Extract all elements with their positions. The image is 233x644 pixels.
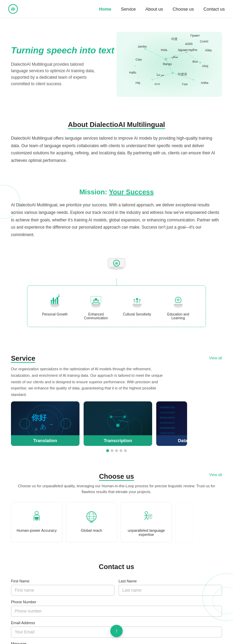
hero-heading: Turning speech into text: [11, 45, 116, 56]
language-expert-icon: [138, 508, 155, 525]
nav-home[interactable]: Home: [99, 7, 111, 12]
map-word-17: Hej: [135, 81, 140, 85]
svg-point-9: [164, 58, 167, 61]
svg-text:1010010011: 1010010011: [160, 421, 175, 424]
map-word-16: 印度语: [178, 72, 187, 77]
map-word-18: বাংলা: [155, 82, 160, 86]
mission-title: Mission: Your Success: [11, 188, 222, 196]
nav-service[interactable]: Service: [121, 7, 136, 12]
map-word-20: Iviéta: [201, 81, 208, 85]
svg-text:你好: 你好: [31, 413, 47, 422]
service-card-label-translation: Translation: [11, 435, 79, 446]
first-name-group: First Name: [11, 579, 114, 596]
choose-section: Choose us View all Choose us for unparal…: [0, 462, 233, 553]
svg-point-42: [139, 299, 141, 301]
svg-line-6: [166, 59, 173, 73]
svg-line-72: [118, 420, 128, 422]
education-icon: [170, 293, 187, 310]
svg-text:0101001010: 0101001010: [160, 426, 175, 429]
svg-point-36: [97, 299, 99, 301]
service-card-translation[interactable]: 你好 あ → a Translation: [11, 401, 79, 446]
map-word-5: Jambo: [138, 45, 147, 48]
svg-point-41: [136, 298, 138, 300]
service-card-data[interactable]: 0101001101 1100101010 0010110101 1010010…: [156, 401, 187, 446]
contact-name-row: First Name Last Name: [11, 579, 222, 596]
svg-rect-49: [174, 304, 183, 306]
diagram-item-culture: Cultural Sensitivity: [120, 293, 154, 320]
service-card-label-data: Data anno...: [156, 435, 187, 446]
svg-point-91: [145, 512, 148, 514]
phone-label: Phone Number: [11, 600, 222, 604]
map-word-2: Привіт: [191, 34, 200, 37]
service-title: Service: [11, 355, 169, 362]
nav-links: Home Service About us Choose us Contact …: [99, 7, 225, 12]
svg-point-34: [93, 299, 95, 301]
first-name-input[interactable]: [11, 585, 114, 596]
choose-title: Choose us: [11, 473, 222, 480]
global-reach-icon: [83, 508, 100, 525]
map-word-1: 印度: [171, 37, 177, 41]
communication-icon: [87, 293, 105, 310]
service-card-transcription[interactable]: Transcription: [84, 401, 152, 446]
service-description: Our organization specializes in the opti…: [11, 366, 169, 398]
service-dot-2[interactable]: [115, 449, 118, 452]
diagram-label-communication: Enhanced Communication: [79, 312, 113, 320]
about-section: About DialectioAI Multilingual Dialectio…: [0, 107, 233, 178]
message-label: Message: [11, 642, 222, 644]
contact-title: Contact us: [11, 563, 222, 571]
nav-choose[interactable]: Choose us: [173, 7, 194, 12]
scroll-top-button[interactable]: ↑: [110, 625, 123, 637]
svg-rect-33: [91, 304, 100, 306]
svg-point-10: [145, 48, 146, 50]
service-section: Service Our organization specializes in …: [0, 344, 233, 462]
map-word-15: مرحبا: [157, 73, 164, 76]
svg-rect-39: [133, 304, 142, 306]
choose-view-all[interactable]: View all: [209, 473, 222, 477]
service-dots: [11, 449, 222, 452]
map-word-9: Initia: [205, 49, 212, 52]
logo[interactable]: cD: [8, 4, 18, 14]
about-text: DialectioAI Multilingual offers language…: [11, 135, 222, 164]
service-dot-1[interactable]: [111, 449, 113, 452]
service-dot-4[interactable]: [124, 449, 127, 452]
svg-text:1100110101: 1100110101: [160, 432, 175, 435]
phone-input[interactable]: [11, 606, 222, 617]
hero-section: Turning speech into text DialectioAI Mul…: [0, 18, 233, 107]
svg-line-68: [111, 417, 118, 425]
choose-card-global[interactable]: Global reach: [66, 502, 117, 542]
choose-card-language[interactable]: unparalleled language expertise: [121, 502, 172, 542]
diagram-item-communication: Enhanced Communication: [79, 293, 113, 320]
about-title: About DialectioAI Multilingual: [11, 121, 222, 129]
map-canvas: 印度 Привіт aSáS Cześć Jambo Hola Здравств…: [116, 32, 222, 97]
choose-card-more[interactable]: [175, 502, 193, 542]
choose-card-human[interactable]: Human-power Accuracy: [11, 502, 62, 542]
map-word-19: Γεια: [182, 82, 187, 86]
phone-group: Phone Number: [11, 600, 222, 617]
svg-point-19: [109, 266, 124, 270]
diagram-label-growth: Personal Growth: [42, 312, 68, 316]
service-dot-0[interactable]: [106, 449, 109, 452]
service-dot-3[interactable]: [120, 449, 122, 452]
message-group: Message: [11, 642, 222, 644]
svg-text:1100101010: 1100101010: [160, 411, 175, 414]
hero-description: DialectioAI Multilingual provides tailor…: [11, 61, 100, 88]
diagram-item-growth: Personal Growth: [38, 293, 72, 320]
first-name-label: First Name: [11, 579, 114, 583]
map-word-10: Ciao: [135, 58, 142, 61]
svg-point-79: [35, 511, 38, 515]
nav-about[interactable]: About us: [145, 7, 163, 12]
human-power-icon: [28, 508, 45, 525]
nav-contact[interactable]: Contact us: [204, 7, 225, 12]
svg-point-40: [134, 299, 135, 301]
svg-text:0101001101: 0101001101: [160, 406, 175, 409]
map-word-13: Ahoj: [202, 64, 208, 68]
map-word-6: Hola: [161, 48, 167, 52]
last-name-label: Last Name: [119, 579, 222, 583]
service-view-all[interactable]: View all: [209, 356, 222, 360]
mission-section: Mission: Your Success At DialectioAI Mul…: [0, 178, 233, 344]
svg-text:cD: cD: [115, 262, 118, 265]
mission-diagram: cD: [11, 249, 222, 334]
svg-point-51: [178, 299, 179, 300]
hero-text: Turning speech into text DialectioAI Mul…: [11, 45, 116, 88]
navbar: cD Home Service About us Choose us Conta…: [0, 0, 233, 18]
